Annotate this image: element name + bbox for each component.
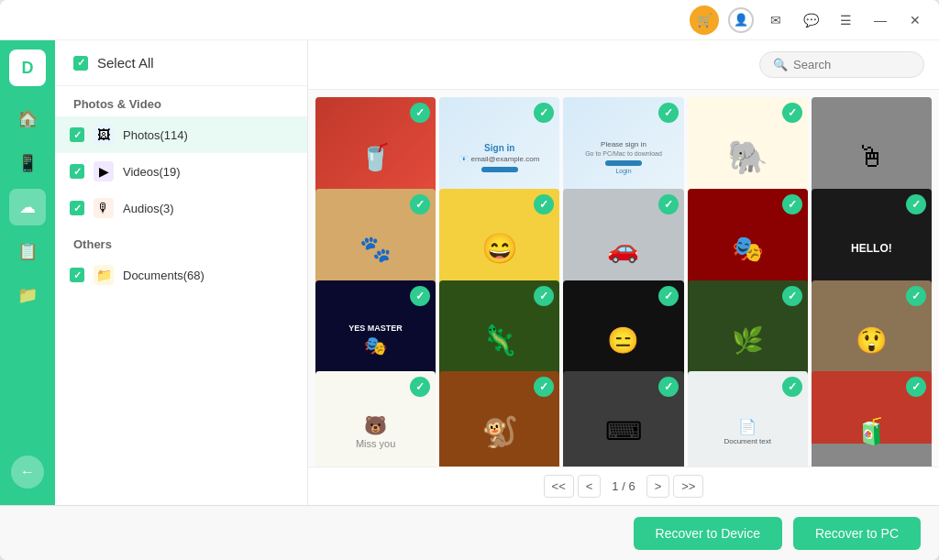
audios-icon: 🎙	[94, 198, 114, 218]
photo-check: ✓	[782, 286, 802, 306]
photo-check: ✓	[534, 286, 554, 306]
minimize-button[interactable]: —	[867, 7, 893, 33]
right-header: 🔍	[308, 40, 939, 90]
search-icon: 🔍	[773, 58, 788, 71]
sidebar-item-restore[interactable]: 📋	[9, 233, 46, 269]
title-bar-icons: 🛒 👤 ✉ 💬 ☰ — ✕	[690, 5, 928, 35]
nav-item-photos[interactable]: 🖼 Photos(114)	[55, 116, 307, 153]
title-bar: 🛒 👤 ✉ 💬 ☰ — ✕	[0, 0, 939, 40]
search-box[interactable]: 🔍	[759, 51, 924, 78]
videos-icon: ▶	[94, 161, 114, 181]
photo-item[interactable]: 🧃 ✓	[812, 371, 932, 467]
photo-check: ✓	[658, 194, 679, 214]
photo-check: ✓	[658, 103, 679, 123]
photo-check: ✓	[782, 103, 802, 123]
documents-icon: 📁	[94, 265, 114, 285]
menu-icon[interactable]: ☰	[833, 7, 858, 33]
recover-to-pc-button[interactable]: Recover to PC	[793, 517, 921, 550]
sidebar-item-backup[interactable]: ☁	[9, 189, 46, 225]
videos-label: Videos(19)	[123, 165, 181, 179]
section-photos-video: Photos & Video	[55, 86, 307, 116]
photo-check: ✓	[534, 194, 554, 214]
photo-check: ✓	[782, 194, 802, 214]
audios-label: Audios(3)	[123, 202, 174, 215]
sidebar-item-folder[interactable]: 📁	[9, 277, 46, 313]
select-all-label: Select All	[97, 55, 154, 71]
documents-checkbox[interactable]	[70, 268, 84, 282]
photo-check: ✓	[410, 194, 430, 214]
photo-check: ✓	[658, 286, 679, 306]
photo-check: ✓	[410, 286, 430, 306]
sidebar-item-home[interactable]: 🏠	[9, 101, 46, 137]
photos-icon: 🖼	[94, 125, 114, 145]
photos-checkbox[interactable]	[70, 127, 84, 142]
videos-checkbox[interactable]	[70, 164, 84, 179]
section-others: Others	[55, 226, 307, 257]
left-panel: Select All Photos & Video 🖼 Photos(114) …	[55, 40, 308, 505]
main-content: D 🏠 📱 ☁ 📋 📁 ← Select All Photos & Video …	[0, 40, 939, 505]
photo-check: ✓	[906, 194, 926, 214]
documents-label: Documents(68)	[123, 269, 204, 282]
photo-item[interactable]: 📄 Document text ✓	[688, 371, 808, 467]
select-all-checkbox[interactable]	[73, 56, 88, 71]
nav-item-documents[interactable]: 📁 Documents(68)	[55, 257, 307, 293]
user-icon[interactable]: 👤	[728, 7, 754, 33]
bottom-bar: Recover to Device Recover to PC	[0, 505, 939, 560]
photo-grid: 🥤 ✓ Sign in 📧 email@example.com ✓ Please…	[308, 90, 939, 467]
photo-check: ✓	[782, 377, 802, 397]
select-all-row[interactable]: Select All	[55, 40, 307, 86]
photo-item[interactable]: 🐒 ✓	[439, 371, 559, 467]
search-input[interactable]	[793, 58, 912, 71]
last-page-button[interactable]: >>	[673, 475, 703, 498]
app-logo: D	[9, 49, 46, 86]
nav-item-audios[interactable]: 🎙 Audios(3)	[55, 190, 307, 226]
photos-label: Photos(114)	[123, 128, 188, 142]
sidebar-item-phone[interactable]: 📱	[9, 145, 46, 181]
recover-to-device-button[interactable]: Recover to Device	[634, 517, 782, 550]
photo-item[interactable]: 🐻 Miss you ✓	[315, 371, 436, 467]
back-button[interactable]: ←	[11, 456, 44, 489]
chat-icon[interactable]: 💬	[798, 7, 823, 33]
page-info: 1 / 6	[604, 476, 642, 497]
photo-check: ✓	[906, 286, 926, 306]
first-page-button[interactable]: <<	[544, 475, 574, 498]
photo-check: ✓	[658, 377, 679, 397]
nav-item-videos[interactable]: ▶ Videos(19)	[55, 153, 307, 190]
shop-icon[interactable]: 🛒	[690, 5, 719, 35]
mail-icon[interactable]: ✉	[763, 7, 789, 33]
photo-item[interactable]: ⌨ ✓	[563, 371, 683, 467]
prev-page-button[interactable]: <	[578, 475, 602, 498]
sidebar: D 🏠 📱 ☁ 📋 📁 ←	[0, 40, 55, 505]
right-content: 🔍 🥤 ✓ Sign in 📧 email@example.com	[308, 40, 939, 505]
next-page-button[interactable]: >	[646, 475, 670, 498]
audios-checkbox[interactable]	[70, 201, 84, 215]
pagination: << < 1 / 6 > >>	[308, 467, 939, 505]
close-button[interactable]: ✕	[902, 7, 928, 33]
